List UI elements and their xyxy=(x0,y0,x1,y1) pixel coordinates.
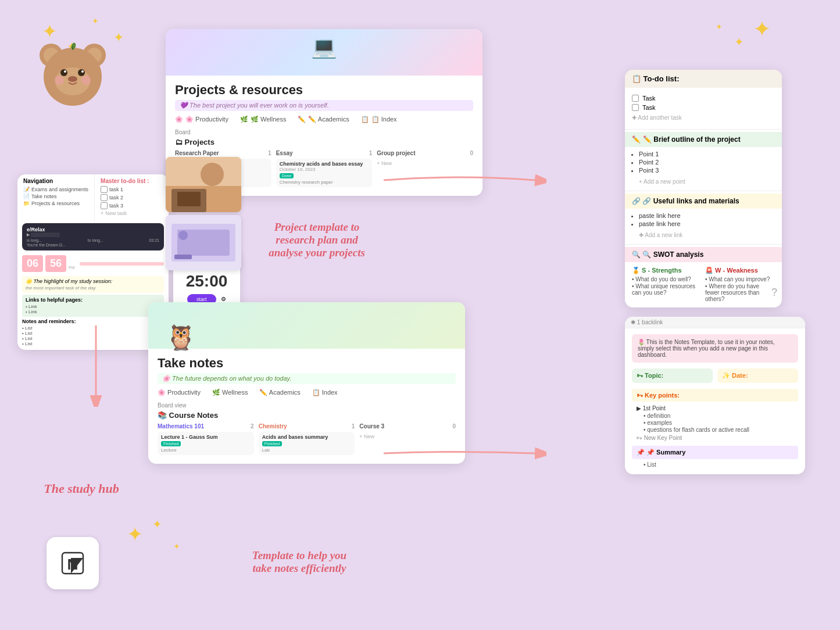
first-point: ▶ 1st Point xyxy=(632,405,798,411)
notes-nav-wellness[interactable]: 🌿 Wellness xyxy=(212,389,248,396)
projects-nav-productivity[interactable]: 🌸 🌸 Productivity xyxy=(175,116,228,123)
notes-card: 🦉 Take notes 🌸 The future depends on wha… xyxy=(148,302,465,464)
highlight-box: 🌟 The highlight of my study session: the… xyxy=(22,276,164,293)
notes-card-title: Take notes xyxy=(158,356,456,371)
svg-point-12 xyxy=(81,76,91,85)
sub-bullet-definition: • definition xyxy=(632,413,798,419)
todo-check-2[interactable] xyxy=(632,104,639,111)
add-link-button[interactable]: ✚ Add a new link xyxy=(625,231,782,242)
svg-rect-21 xyxy=(177,192,201,206)
col-group: Group project0 + New xyxy=(377,150,473,189)
todo-check-1[interactable] xyxy=(632,95,639,102)
sparkle-icon-8: ✦ xyxy=(127,522,143,546)
nav-item-2[interactable]: 📄 Take notes xyxy=(23,194,88,199)
col-chemistry: Chemistry1 Acids and bases summary Finis… xyxy=(259,423,355,457)
svg-point-11 xyxy=(55,76,64,85)
projects-nav-wellness[interactable]: 🌿 🌿 Wellness xyxy=(240,116,286,123)
outline-list: Point 1 Point 2 Point 3 xyxy=(625,147,782,177)
col-math: Mathematics 1012 Lecture 1 - Gauss Sum F… xyxy=(158,423,254,457)
outline-header: ✏️ ✏️ Brief outline of the project xyxy=(625,132,782,147)
links-box: Links to helpful pages: • Link • Link xyxy=(22,295,164,317)
sub-bullet-examples: • examples xyxy=(632,420,798,426)
swot-header: 🔍 🔍 SWOT analysis xyxy=(625,247,782,262)
projects-label: Project template toresearch plan andanal… xyxy=(253,221,381,259)
new-key-point[interactable]: 🗝 New Key Point xyxy=(632,435,798,441)
tasks-title: Master to-do list : xyxy=(101,178,163,184)
template-info: 🌷 This is the Notes Template, to use it … xyxy=(632,334,798,363)
sparkle-icon-7: ✦ xyxy=(716,22,723,32)
sparkle-icon-5: ✦ xyxy=(753,16,771,42)
nav-title: Navigation xyxy=(23,178,88,184)
svg-point-10 xyxy=(68,76,77,82)
swot-grid: 🏅 S - Strengths • What do you do well? •… xyxy=(625,262,782,307)
notes-nav-academics[interactable]: ✏️ Academics xyxy=(259,389,300,396)
projects-card-title: Projects & resources xyxy=(175,83,473,98)
notes-nav-index[interactable]: 📋 Index xyxy=(312,389,338,396)
projects-card-subtitle: 💜 The best project you will ever work on… xyxy=(175,100,473,111)
clock-display: 06 56 PM xyxy=(17,253,169,274)
board-label: Board xyxy=(175,129,473,135)
add-task-button[interactable]: ✚ Add another task xyxy=(632,113,775,122)
sparkle-icon-3: ✦ xyxy=(92,16,99,26)
study-hub-panel: Navigation 📝 Exams and assignments 📄 Tak… xyxy=(17,174,169,350)
sparkle-icon-9: ✦ xyxy=(152,517,162,531)
summary-item: • List xyxy=(632,461,798,468)
task-3[interactable]: task 3 xyxy=(101,202,163,209)
svg-point-7 xyxy=(78,69,85,76)
weaknesses-cell: 🚨 W - Weakness • What can you improve? •… xyxy=(705,267,775,303)
sparkle-icon-6: ✦ xyxy=(734,35,744,49)
sparkle-icon-4: ✦ xyxy=(113,30,124,45)
add-point-button[interactable]: + Add a new point xyxy=(625,177,782,188)
todo-task-1[interactable]: Task xyxy=(632,95,775,102)
projects-nav-academics[interactable]: ✏️ ✏️ Academics xyxy=(298,116,349,123)
music-player: e/Relax ▶ ░░░░░░░░░░ is long...to long..… xyxy=(22,223,164,250)
svg-text:N: N xyxy=(67,556,78,573)
key-points-header: 🗝 Key points: xyxy=(632,389,798,402)
notes-board-title: 📚 Course Notes xyxy=(158,411,456,420)
svg-point-6 xyxy=(60,69,67,76)
useful-links-list: paste link here paste link here xyxy=(625,209,782,231)
svg-point-19 xyxy=(201,163,224,186)
notes-card-subtitle: 🌸 The future depends on what you do toda… xyxy=(158,373,456,384)
sub-bullet-flashcards: • questions for flash cards or active re… xyxy=(632,427,798,433)
projects-nav-index[interactable]: 📋 📋 Index xyxy=(361,116,397,123)
owl-icon: 🦉 xyxy=(166,323,196,352)
col-essay: Essay1 Chemistry acids and bases essay O… xyxy=(276,150,373,189)
add-new-group[interactable]: + New xyxy=(377,159,473,168)
question-mark: ? xyxy=(771,287,777,299)
task-2[interactable]: task 2 xyxy=(101,194,163,201)
nav-item-1[interactable]: 📝 Exams and assignments xyxy=(23,187,88,192)
notes-label: Template to help youtake notes efficient… xyxy=(218,549,381,575)
notes-template-panel: ✱ 1 backlink 🌷 This is the Notes Templat… xyxy=(625,317,805,474)
svg-point-25 xyxy=(178,231,188,240)
new-task[interactable]: + New task xyxy=(101,210,163,216)
summary-header: 📌 📌 Summary xyxy=(632,446,798,459)
topic-box[interactable]: 🗝 Topic: xyxy=(632,368,713,383)
laptop-icon: 💻 xyxy=(311,35,337,59)
todo-task-2[interactable]: Task xyxy=(632,104,775,111)
todo-header: 📋 To-do list: xyxy=(625,70,782,88)
photo-collage xyxy=(166,157,247,273)
notes-board-label: Board view xyxy=(158,402,456,409)
col-course3: Course 30 + New xyxy=(359,423,456,457)
board-title: 🗂 Projects xyxy=(175,138,473,146)
date-box[interactable]: ✨ Date: xyxy=(717,368,798,383)
strengths-cell: 🏅 S - Strengths • What do you do well? •… xyxy=(632,267,702,303)
useful-links-header: 🔗 🔗 Useful links and materials xyxy=(625,194,782,209)
bear-mascot xyxy=(35,35,110,110)
task-1[interactable]: task 1 xyxy=(101,186,163,193)
notes-section: Notes and reminders: • List • List • Lis… xyxy=(22,318,164,346)
notes-nav-productivity[interactable]: 🌸 Productivity xyxy=(158,389,201,396)
add-new-course[interactable]: + New xyxy=(359,432,456,441)
svg-point-8 xyxy=(64,70,66,73)
notion-logo: N xyxy=(47,537,99,589)
backlink-bar: ✱ 1 backlink xyxy=(625,317,805,328)
study-hub-label: The study hub xyxy=(17,481,145,496)
todo-panel: 📋 To-do list: Task Task ✚ Add another ta… xyxy=(625,70,782,307)
svg-point-9 xyxy=(81,70,84,73)
sparkle-icon-10: ✦ xyxy=(173,542,180,552)
nav-item-3[interactable]: 📁 Projects & resources xyxy=(23,201,88,206)
svg-rect-26 xyxy=(174,255,192,259)
